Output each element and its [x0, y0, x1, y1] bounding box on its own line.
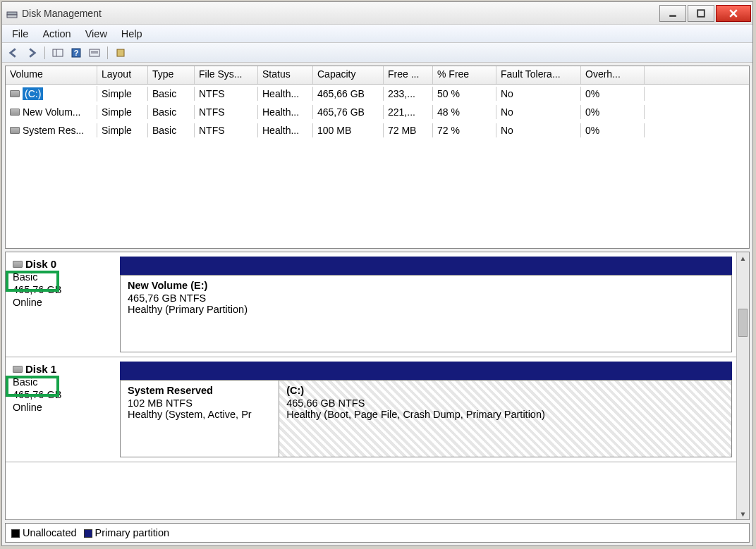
disk-row: Disk 0Basic465,76 GBOnlineNew Volume (E:…: [6, 252, 736, 357]
svg-rect-1: [7, 15, 17, 18]
disk-row: Disk 1Basic465,76 GBOnlineSystem Reserve…: [6, 357, 736, 462]
graphical-view: Disk 0Basic465,76 GBOnlineNew Volume (E:…: [5, 252, 750, 520]
volume-cell: 221,...: [384, 105, 433, 119]
legend-swatch-primary: [84, 529, 92, 538]
refresh-button[interactable]: [114, 46, 128, 60]
legend-label-primary: Primary partition: [95, 527, 170, 538]
scrollbar[interactable]: ▲ ▼: [736, 252, 749, 519]
volume-icon: [10, 90, 20, 97]
forward-button[interactable]: [25, 46, 39, 60]
volume-cell: Basic: [148, 105, 195, 119]
volume-list[interactable]: Volume Layout Type File Sys... Status Ca…: [5, 66, 750, 249]
volume-cell: 50 %: [433, 87, 496, 101]
legend: Unallocated Primary partition: [5, 523, 750, 543]
volume-cell: 0%: [581, 87, 645, 101]
col-filesystem[interactable]: File Sys...: [195, 66, 258, 84]
volume-cell: System Res...: [6, 123, 97, 137]
volume-cell: 100 MB: [313, 123, 384, 137]
partition-box[interactable]: System Reserved102 MB NTFSHealthy (Syste…: [121, 381, 279, 457]
volume-cell: NTFS: [195, 87, 258, 101]
svg-rect-6: [53, 49, 63, 56]
volume-cell: 465,66 GB: [313, 87, 384, 101]
volume-cell: 48 %: [433, 105, 496, 119]
menu-file[interactable]: File: [5, 27, 35, 41]
close-button[interactable]: [716, 5, 751, 22]
volume-cell: NTFS: [195, 123, 258, 137]
menu-view[interactable]: View: [78, 27, 114, 41]
volume-cell: Health...: [258, 123, 313, 137]
help-button[interactable]: ?: [69, 46, 83, 60]
volume-cell: NTFS: [195, 105, 258, 119]
disk-header-bar: [120, 362, 732, 380]
titlebar[interactable]: Disk Management: [2, 2, 752, 25]
svg-text:?: ?: [74, 49, 79, 57]
volume-cell: No: [496, 105, 581, 119]
volume-cell: 72 %: [433, 123, 496, 137]
col-overhead[interactable]: Overh...: [581, 66, 645, 84]
volume-cell: Basic: [148, 123, 195, 137]
disk-info[interactable]: Disk 0Basic465,76 GBOnline: [10, 257, 120, 352]
volume-cell: Basic: [148, 87, 195, 101]
back-button[interactable]: [6, 46, 20, 60]
volume-cell: New Volum...: [6, 105, 97, 119]
volume-cell: Simple: [97, 105, 148, 119]
disk-icon: [13, 366, 23, 373]
volume-row[interactable]: New Volum...SimpleBasicNTFSHealth...465,…: [6, 103, 749, 121]
volume-row[interactable]: (C:)SimpleBasicNTFSHealth...465,66 GB233…: [6, 85, 749, 103]
menu-help[interactable]: Help: [114, 27, 150, 41]
volume-row[interactable]: System Res...SimpleBasicNTFSHealth...100…: [6, 121, 749, 140]
toolbar: ?: [2, 43, 752, 63]
volume-cell: 0%: [581, 123, 645, 137]
volume-cell: 0%: [581, 105, 645, 119]
maximize-button[interactable]: [688, 5, 714, 22]
annotation-highlight: [6, 271, 59, 292]
svg-rect-3: [697, 10, 705, 17]
volume-cell: Health...: [258, 105, 313, 119]
scroll-down-icon[interactable]: ▼: [737, 508, 749, 519]
volume-icon: [10, 127, 20, 134]
legend-swatch-unallocated: [11, 529, 20, 538]
volume-cell: (C:): [6, 86, 97, 101]
minimize-button[interactable]: [659, 5, 686, 22]
window-title: Disk Management: [22, 8, 659, 19]
volume-cell: 465,76 GB: [313, 105, 384, 119]
volume-cell: No: [496, 87, 581, 101]
volume-cell: Simple: [97, 123, 148, 137]
annotation-highlight: [6, 376, 59, 397]
legend-label-unallocated: Unallocated: [23, 527, 77, 538]
volume-cell: 72 MB: [384, 123, 433, 137]
volume-cell: Health...: [258, 87, 313, 101]
col-layout[interactable]: Layout: [97, 66, 148, 84]
partition-box[interactable]: (C:)465,66 GB NTFSHealthy (Boot, Page Fi…: [279, 381, 731, 457]
disk-info[interactable]: Disk 1Basic465,76 GBOnline: [10, 362, 120, 457]
scroll-up-icon[interactable]: ▲: [737, 252, 749, 264]
disk-header-bar: [120, 257, 732, 275]
col-free[interactable]: Free ...: [384, 66, 433, 84]
disk-management-window: Disk Management File Action View Help ? …: [1, 1, 753, 546]
show-hide-tree-button[interactable]: [51, 46, 65, 60]
volume-icon: [10, 109, 20, 116]
menu-action[interactable]: Action: [35, 27, 78, 41]
action-list-button[interactable]: [87, 46, 102, 60]
disk-management-icon: [6, 8, 18, 19]
volume-cell: 233,...: [384, 87, 433, 101]
disk-icon: [13, 261, 23, 268]
menubar: File Action View Help: [2, 25, 752, 43]
svg-rect-0: [7, 12, 17, 15]
col-status[interactable]: Status: [258, 66, 313, 84]
col-fault[interactable]: Fault Tolera...: [496, 66, 581, 84]
partition-box[interactable]: New Volume (E:)465,76 GB NTFSHealthy (Pr…: [121, 276, 731, 352]
col-capacity[interactable]: Capacity: [313, 66, 384, 84]
col-pctfree[interactable]: % Free: [433, 66, 496, 84]
volume-list-header: Volume Layout Type File Sys... Status Ca…: [6, 66, 749, 85]
volume-cell: Simple: [97, 87, 148, 101]
volume-cell: No: [496, 123, 581, 137]
col-volume[interactable]: Volume: [6, 66, 97, 84]
scroll-thumb[interactable]: [738, 309, 748, 337]
col-type[interactable]: Type: [148, 66, 195, 84]
svg-rect-13: [117, 49, 124, 56]
